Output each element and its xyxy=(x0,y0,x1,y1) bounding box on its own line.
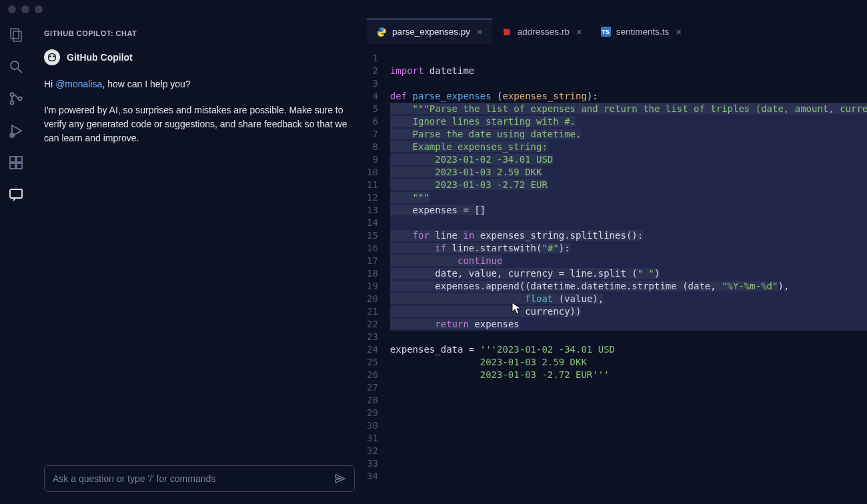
svg-point-14 xyxy=(49,55,51,57)
svg-rect-9 xyxy=(10,157,15,162)
chat-input[interactable] xyxy=(53,473,327,484)
send-icon[interactable] xyxy=(334,473,346,485)
chat-input-container xyxy=(44,465,355,492)
svg-rect-0 xyxy=(11,29,19,39)
traffic-light-minimize[interactable] xyxy=(21,5,29,13)
close-icon[interactable]: × xyxy=(576,26,582,37)
line-number-gutter: 1 2 3 4 5 6 7 8 9 10 11 12 13 14 15 16 1… xyxy=(367,52,390,504)
code-editor[interactable]: 1 2 3 4 5 6 7 8 9 10 11 12 13 14 15 16 1… xyxy=(367,44,867,504)
svg-point-5 xyxy=(11,101,14,105)
svg-rect-12 xyxy=(17,157,22,162)
svg-rect-1 xyxy=(13,31,21,41)
code-content[interactable]: import datetime def parse_expenses (expe… xyxy=(390,52,867,504)
user-mention: @monalisa xyxy=(55,79,102,89)
chat-disclaimer: I'm powered by AI, so surprises and mist… xyxy=(44,103,355,145)
svg-line-3 xyxy=(18,69,22,73)
copilot-avatar-icon xyxy=(44,49,60,65)
copilot-name: GitHub Copilot xyxy=(67,51,133,65)
ruby-file-icon xyxy=(502,27,512,37)
tab-label: parse_expenses.py xyxy=(392,27,470,37)
copilot-chat-panel: GITHUB COPILOT: CHAT GitHub Copilot Hi @… xyxy=(32,19,367,504)
svg-point-4 xyxy=(11,93,14,97)
explorer-icon[interactable] xyxy=(7,25,25,44)
svg-rect-13 xyxy=(10,189,22,198)
source-control-icon[interactable] xyxy=(7,89,25,108)
svg-rect-10 xyxy=(10,163,15,169)
copilot-chat-icon[interactable] xyxy=(7,185,25,204)
tab-sentiments[interactable]: TS sentiments.ts × xyxy=(592,19,691,44)
chat-greeting: Hi @monalisa, how can I help you? xyxy=(44,77,355,91)
svg-point-15 xyxy=(53,55,55,57)
traffic-light-zoom[interactable] xyxy=(35,5,43,13)
python-file-icon xyxy=(376,27,387,37)
tab-addresses[interactable]: addresses.rb × xyxy=(492,19,592,44)
close-icon[interactable]: × xyxy=(676,26,682,37)
editor-group: parse_expenses.py × addresses.rb × TS se… xyxy=(367,19,867,504)
tab-parse-expenses[interactable]: parse_expenses.py × xyxy=(367,19,492,44)
panel-title: GITHUB COPILOT: CHAT xyxy=(44,19,355,49)
svg-point-2 xyxy=(11,61,19,69)
chat-messages: GitHub Copilot Hi @monalisa, how can I h… xyxy=(44,49,355,465)
window-titlebar xyxy=(0,0,867,19)
editor-tabs: parse_expenses.py × addresses.rb × TS se… xyxy=(367,19,867,44)
search-icon[interactable] xyxy=(7,57,25,76)
extensions-icon[interactable] xyxy=(7,153,25,172)
tab-label: sentiments.ts xyxy=(616,27,670,37)
typescript-file-icon: TS xyxy=(601,27,611,37)
close-icon[interactable]: × xyxy=(477,26,483,37)
svg-rect-11 xyxy=(17,163,22,169)
svg-point-6 xyxy=(19,97,22,101)
tab-label: addresses.rb xyxy=(518,27,570,37)
traffic-light-close[interactable] xyxy=(8,5,16,13)
activity-bar xyxy=(0,19,32,504)
run-debug-icon[interactable] xyxy=(7,121,25,140)
